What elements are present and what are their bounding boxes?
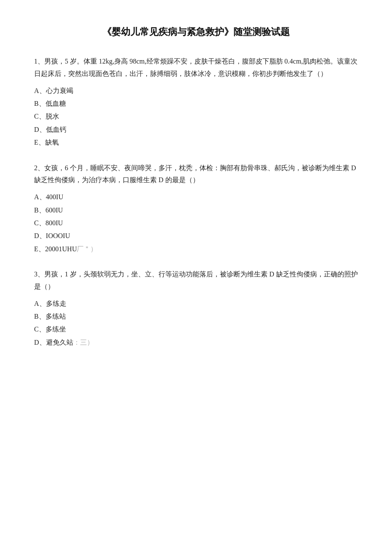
option-1-c: C、脱水 — [34, 110, 358, 123]
question-1: 1、男孩，5 岁。体重 12kg,身高 98cm,经常烦躁不安，皮肤干燥苍白，腹… — [34, 55, 358, 149]
option-3-a: A、多练走 — [34, 297, 358, 310]
option-3-b: B、多练站 — [34, 310, 358, 323]
option-3-c: C、多练坐 — [34, 323, 358, 336]
option-1-e: E、缺氧 — [34, 136, 358, 149]
option-1-a: A、心力衰竭 — [34, 84, 358, 97]
question-text-3: 3、男孩，1 岁，头颈软弱无力，坐、立、行等运动功能落后，被诊断为维生素 D 缺… — [34, 268, 358, 293]
page-title: 《婴幼儿常见疾病与紧急救护》随堂测验试题 — [34, 26, 358, 38]
question-3: 3、男孩，1 岁，头颈软弱无力，坐、立、行等运动功能落后，被诊断为维生素 D 缺… — [34, 268, 358, 349]
option-2-a: A、400IU — [34, 191, 358, 203]
option-1-b: B、低血糖 — [34, 97, 358, 110]
option-1-d: D、低血钙 — [34, 123, 358, 136]
option-2-e: E、20001UHU厂＂） — [34, 243, 358, 256]
option-2-d: D、IOOOIU — [34, 230, 358, 242]
question-2: 2、女孩，6 个月，睡眠不安、夜间啼哭，多汗，枕秃，体检：胸部有肋骨串珠、郝氏沟… — [34, 162, 358, 256]
option-2-c: C、800IU — [34, 217, 358, 230]
option-2-b: B、600IU — [34, 204, 358, 217]
question-text-1: 1、男孩，5 岁。体重 12kg,身高 98cm,经常烦躁不安，皮肤干燥苍白，腹… — [34, 55, 358, 80]
option-3-d: D、避免久站：三） — [34, 336, 358, 349]
question-text-2: 2、女孩，6 个月，睡眠不安、夜间啼哭，多汗，枕秃，体检：胸部有肋骨串珠、郝氏沟… — [34, 162, 358, 187]
